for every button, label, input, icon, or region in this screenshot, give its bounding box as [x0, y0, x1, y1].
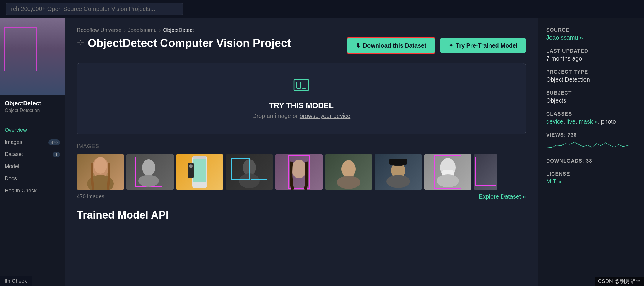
breadcrumb: Roboflow Universe › JoaoIssamu › ObjectD… [77, 27, 526, 33]
explore-dataset-link[interactable]: Explore Dataset » [479, 193, 526, 200]
svg-point-19 [292, 160, 306, 178]
image-thumb-2[interactable] [126, 154, 174, 190]
svg-point-7 [142, 159, 155, 176]
bottom-bar: lth Check [0, 276, 32, 286]
model-label: TRY THIS MODEL [86, 101, 517, 110]
source-label: SOURCE [546, 27, 636, 33]
svg-point-29 [437, 174, 459, 187]
trained-model-section: Trained Model API [77, 209, 526, 221]
views-label: VIEWS: 738 [546, 132, 636, 138]
project-preview [0, 18, 65, 95]
model-sub: Drop an image or browse your device [86, 113, 517, 119]
browse-device-link[interactable]: browse your device [300, 113, 350, 119]
svg-point-13 [189, 164, 193, 168]
project-type-value: Object Detection [546, 76, 636, 83]
svg-point-8 [138, 175, 159, 187]
image-thumb-7[interactable] [375, 154, 422, 190]
sparkline-chart [546, 139, 636, 151]
breadcrumb-sep-2: › [159, 27, 161, 33]
class-mask[interactable]: mask » [579, 118, 598, 125]
class-device[interactable]: device [546, 118, 563, 125]
license-value[interactable]: MIT [546, 178, 636, 185]
svg-point-21 [337, 176, 360, 189]
sidebar-item-images[interactable]: Images 470 [0, 136, 65, 148]
image-thumb-6[interactable] [325, 154, 372, 190]
breadcrumb-user[interactable]: JoaoIssamu [128, 27, 157, 33]
sidebar-item-model[interactable]: Model [0, 160, 65, 173]
svg-point-20 [341, 160, 356, 178]
model-try-icon [86, 78, 517, 96]
svg-rect-25 [389, 159, 407, 165]
images-count: 470 images [77, 194, 104, 200]
subject-label: SUBJECT [546, 90, 636, 96]
source-value[interactable]: JoaoIssamu [546, 34, 636, 41]
downloads-label: DOWNLOADS: 38 [546, 158, 636, 164]
classes-row: device, live, mask », photo [546, 118, 636, 125]
project-type-label: PROJECT TYPE [546, 69, 636, 75]
watermark: CSDN @明月辞台 [595, 277, 644, 286]
images-footer: 470 images Explore Dataset » [77, 193, 526, 200]
svg-rect-11 [193, 156, 206, 159]
meta-source: SOURCE JoaoIssamu [546, 27, 636, 41]
star-icon[interactable]: ☆ [77, 38, 84, 48]
image-thumb-3[interactable] [176, 154, 223, 190]
breadcrumb-roboflow[interactable]: Roboflow Universe [77, 27, 121, 33]
right-sidebar: SOURCE JoaoIssamu LAST UPDATED 7 months … [538, 18, 644, 286]
last-updated-value: 7 months ago [546, 55, 636, 62]
classes-label: CLASSES [546, 111, 636, 117]
image-thumb-8[interactable] [424, 154, 471, 190]
images-badge: 470 [48, 139, 60, 145]
subject-value: Objects [546, 97, 636, 104]
license-label: LICENSE [546, 171, 636, 177]
images-grid [77, 154, 526, 190]
image-thumb-1[interactable] [77, 154, 124, 190]
page-header: ☆ ObjectDetect Computer Vision Project ⬇… [77, 37, 526, 54]
trained-model-title: Trained Model API [77, 209, 526, 221]
breadcrumb-current: ObjectDetect [163, 27, 194, 33]
top-bar [0, 0, 644, 18]
class-live[interactable]: live [567, 118, 575, 125]
model-icon-btn: ✦ [448, 42, 453, 49]
sidebar-item-overview[interactable]: Overview [0, 124, 65, 136]
class-photo: photo [601, 118, 616, 125]
download-icon: ⬇ [356, 42, 361, 49]
content-area: Roboflow Universe › JoaoIssamu › ObjectD… [65, 18, 538, 286]
sidebar-project-type: Object Detection [5, 108, 60, 113]
breadcrumb-sep-1: › [124, 27, 126, 33]
model-dropzone[interactable]: TRY THIS MODEL Drop an image or browse y… [77, 63, 526, 134]
sidebar-item-docs[interactable]: Docs [0, 173, 65, 185]
svg-rect-30 [475, 157, 496, 185]
image-thumb-5[interactable] [275, 154, 323, 190]
header-buttons: ⬇ Download this Dataset ✦ Try Pre-Traine… [347, 37, 526, 54]
detection-box [4, 27, 37, 72]
sidebar-item-dataset[interactable]: Dataset 1 [0, 148, 65, 160]
left-sidebar: ObjectDetect Object Detection Overview I… [0, 18, 65, 286]
images-section-label: IMAGES [77, 143, 526, 150]
search-input[interactable] [6, 3, 183, 15]
meta-project-type: PROJECT TYPE Object Detection [546, 69, 636, 83]
meta-license: LICENSE MIT [546, 171, 636, 185]
svg-rect-0 [294, 79, 309, 91]
page-title: ObjectDetect Computer Vision Project [88, 37, 291, 50]
dataset-badge: 1 [53, 152, 60, 157]
meta-views: VIEWS: 738 [546, 132, 636, 151]
svg-rect-1 [297, 82, 301, 88]
sidebar-project-info: ObjectDetect Object Detection [0, 95, 65, 124]
svg-point-5 [94, 157, 107, 174]
try-pretrained-button[interactable]: ✦ Try Pre-Trained Model [440, 38, 526, 53]
main-layout: ObjectDetect Object Detection Overview I… [0, 18, 644, 286]
sidebar-divider [5, 117, 60, 117]
image-thumb-4[interactable] [226, 154, 273, 190]
sidebar-item-health-check[interactable]: Health Check [0, 185, 65, 197]
sidebar-project-name: ObjectDetect [5, 100, 60, 107]
download-dataset-button[interactable]: ⬇ Download this Dataset [347, 37, 435, 54]
last-updated-label: LAST UPDATED [546, 48, 636, 54]
svg-rect-2 [302, 82, 306, 88]
meta-downloads: DOWNLOADS: 38 [546, 158, 636, 164]
svg-point-23 [386, 175, 410, 188]
page-title-row: ☆ ObjectDetect Computer Vision Project [77, 37, 291, 50]
image-thumb-9[interactable] [474, 154, 497, 190]
svg-rect-10 [193, 159, 206, 182]
meta-last-updated: LAST UPDATED 7 months ago [546, 48, 636, 62]
meta-subject: SUBJECT Objects [546, 90, 636, 104]
